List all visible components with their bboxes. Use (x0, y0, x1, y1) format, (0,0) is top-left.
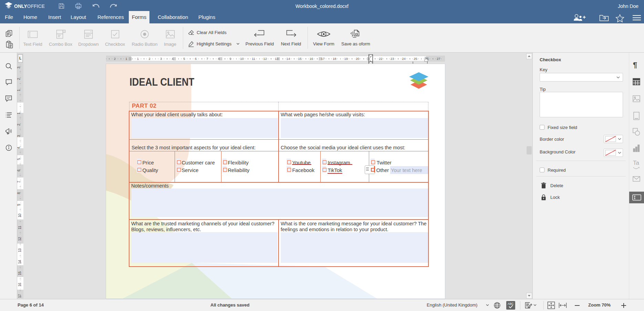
svg-text:ABC: ABC (508, 302, 513, 305)
